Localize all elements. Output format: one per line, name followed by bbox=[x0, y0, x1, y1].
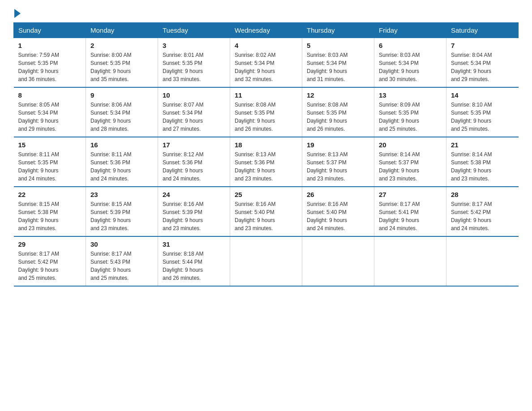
day-number: 17 bbox=[163, 141, 225, 149]
calendar-cell: 5Sunrise: 8:03 AMSunset: 5:34 PMDaylight… bbox=[302, 38, 374, 88]
day-info: Sunrise: 8:16 AMSunset: 5:40 PMDaylight:… bbox=[235, 201, 275, 231]
day-info: Sunrise: 8:08 AMSunset: 5:35 PMDaylight:… bbox=[235, 102, 275, 132]
calendar-cell bbox=[446, 236, 519, 286]
day-number: 24 bbox=[163, 191, 225, 198]
weekday-header-monday: Monday bbox=[86, 23, 158, 38]
day-info: Sunrise: 8:08 AMSunset: 5:35 PMDaylight:… bbox=[307, 102, 348, 132]
calendar-cell: 22Sunrise: 8:15 AMSunset: 5:38 PMDayligh… bbox=[14, 187, 86, 236]
calendar-table: SundayMondayTuesdayWednesdayThursdayFrid… bbox=[13, 22, 519, 287]
calendar-cell bbox=[302, 236, 374, 286]
calendar-cell: 1Sunrise: 7:59 AMSunset: 5:35 PMDaylight… bbox=[14, 38, 86, 88]
calendar-cell: 12Sunrise: 8:08 AMSunset: 5:35 PMDayligh… bbox=[302, 87, 374, 137]
calendar-cell: 16Sunrise: 8:11 AMSunset: 5:36 PMDayligh… bbox=[86, 137, 158, 187]
calendar-cell: 20Sunrise: 8:14 AMSunset: 5:37 PMDayligh… bbox=[374, 137, 446, 187]
day-info: Sunrise: 8:14 AMSunset: 5:37 PMDaylight:… bbox=[379, 151, 420, 182]
calendar-cell: 23Sunrise: 8:15 AMSunset: 5:39 PMDayligh… bbox=[86, 187, 158, 236]
calendar-cell: 30Sunrise: 8:17 AMSunset: 5:43 PMDayligh… bbox=[86, 236, 158, 286]
day-number: 21 bbox=[451, 141, 514, 149]
day-number: 26 bbox=[307, 191, 369, 198]
calendar-cell: 26Sunrise: 8:16 AMSunset: 5:40 PMDayligh… bbox=[302, 187, 374, 236]
calendar-cell bbox=[374, 236, 446, 286]
day-number: 14 bbox=[451, 91, 514, 99]
day-info: Sunrise: 8:00 AMSunset: 5:35 PMDaylight:… bbox=[90, 52, 131, 82]
logo bbox=[13, 9, 21, 18]
day-number: 8 bbox=[18, 91, 82, 99]
weekday-header-saturday: Saturday bbox=[446, 23, 519, 38]
calendar-cell: 9Sunrise: 8:06 AMSunset: 5:34 PMDaylight… bbox=[86, 87, 158, 137]
day-info: Sunrise: 8:13 AMSunset: 5:37 PMDaylight:… bbox=[307, 151, 348, 182]
day-number: 18 bbox=[235, 141, 297, 149]
calendar-body: 1Sunrise: 7:59 AMSunset: 5:35 PMDaylight… bbox=[14, 38, 519, 287]
calendar-cell: 27Sunrise: 8:17 AMSunset: 5:41 PMDayligh… bbox=[374, 187, 446, 236]
day-number: 12 bbox=[307, 91, 369, 99]
calendar-cell: 29Sunrise: 8:17 AMSunset: 5:42 PMDayligh… bbox=[14, 236, 86, 286]
calendar-cell: 2Sunrise: 8:00 AMSunset: 5:35 PMDaylight… bbox=[86, 38, 158, 88]
day-number: 16 bbox=[90, 141, 153, 149]
weekday-header-friday: Friday bbox=[374, 23, 446, 38]
calendar-cell: 19Sunrise: 8:13 AMSunset: 5:37 PMDayligh… bbox=[302, 137, 374, 187]
day-info: Sunrise: 8:16 AMSunset: 5:40 PMDaylight:… bbox=[307, 201, 348, 231]
calendar-cell: 21Sunrise: 8:14 AMSunset: 5:38 PMDayligh… bbox=[446, 137, 519, 187]
day-info: Sunrise: 8:07 AMSunset: 5:34 PMDaylight:… bbox=[163, 102, 203, 132]
weekday-header-thursday: Thursday bbox=[302, 23, 374, 38]
week-row: 1Sunrise: 7:59 AMSunset: 5:35 PMDaylight… bbox=[14, 38, 519, 88]
day-info: Sunrise: 8:05 AMSunset: 5:34 PMDaylight:… bbox=[18, 102, 59, 132]
day-number: 25 bbox=[235, 191, 297, 198]
calendar-cell: 17Sunrise: 8:12 AMSunset: 5:36 PMDayligh… bbox=[158, 137, 230, 187]
calendar-cell: 8Sunrise: 8:05 AMSunset: 5:34 PMDaylight… bbox=[14, 87, 86, 137]
calendar-cell: 18Sunrise: 8:13 AMSunset: 5:36 PMDayligh… bbox=[230, 137, 302, 187]
calendar-cell: 11Sunrise: 8:08 AMSunset: 5:35 PMDayligh… bbox=[230, 87, 302, 137]
day-number: 1 bbox=[18, 42, 82, 49]
day-info: Sunrise: 8:16 AMSunset: 5:39 PMDaylight:… bbox=[163, 201, 203, 231]
page-header bbox=[13, 9, 519, 18]
day-info: Sunrise: 8:17 AMSunset: 5:42 PMDaylight:… bbox=[451, 201, 492, 231]
calendar-cell: 28Sunrise: 8:17 AMSunset: 5:42 PMDayligh… bbox=[446, 187, 519, 236]
calendar-cell: 10Sunrise: 8:07 AMSunset: 5:34 PMDayligh… bbox=[158, 87, 230, 137]
day-number: 20 bbox=[379, 141, 442, 149]
calendar-cell: 24Sunrise: 8:16 AMSunset: 5:39 PMDayligh… bbox=[158, 187, 230, 236]
day-info: Sunrise: 8:03 AMSunset: 5:34 PMDaylight:… bbox=[307, 52, 348, 82]
day-info: Sunrise: 8:01 AMSunset: 5:35 PMDaylight:… bbox=[163, 52, 203, 82]
calendar-cell: 7Sunrise: 8:04 AMSunset: 5:34 PMDaylight… bbox=[446, 38, 519, 88]
day-number: 28 bbox=[451, 191, 514, 198]
day-number: 15 bbox=[18, 141, 82, 149]
day-number: 5 bbox=[307, 42, 369, 49]
day-number: 23 bbox=[90, 191, 153, 198]
day-info: Sunrise: 8:17 AMSunset: 5:43 PMDaylight:… bbox=[90, 251, 131, 281]
day-info: Sunrise: 8:15 AMSunset: 5:38 PMDaylight:… bbox=[18, 201, 59, 231]
day-info: Sunrise: 8:06 AMSunset: 5:34 PMDaylight:… bbox=[90, 102, 131, 132]
day-number: 10 bbox=[163, 91, 225, 99]
day-number: 6 bbox=[379, 42, 442, 49]
weekday-header-tuesday: Tuesday bbox=[158, 23, 230, 38]
week-row: 15Sunrise: 8:11 AMSunset: 5:35 PMDayligh… bbox=[14, 137, 519, 187]
day-info: Sunrise: 8:03 AMSunset: 5:34 PMDaylight:… bbox=[379, 52, 420, 82]
day-info: Sunrise: 8:11 AMSunset: 5:35 PMDaylight:… bbox=[18, 151, 59, 182]
day-info: Sunrise: 8:13 AMSunset: 5:36 PMDaylight:… bbox=[235, 151, 275, 182]
day-number: 11 bbox=[235, 91, 297, 99]
calendar-cell: 31Sunrise: 8:18 AMSunset: 5:44 PMDayligh… bbox=[158, 236, 230, 286]
calendar-header: SundayMondayTuesdayWednesdayThursdayFrid… bbox=[14, 23, 519, 38]
day-number: 27 bbox=[379, 191, 442, 198]
logo-arrow-icon bbox=[14, 9, 21, 18]
day-number: 9 bbox=[90, 91, 153, 99]
calendar-cell bbox=[230, 236, 302, 286]
calendar-cell: 4Sunrise: 8:02 AMSunset: 5:34 PMDaylight… bbox=[230, 38, 302, 88]
day-number: 3 bbox=[163, 42, 225, 49]
day-info: Sunrise: 8:17 AMSunset: 5:41 PMDaylight:… bbox=[379, 201, 420, 231]
day-info: Sunrise: 8:17 AMSunset: 5:42 PMDaylight:… bbox=[18, 251, 59, 281]
day-number: 2 bbox=[90, 42, 153, 49]
calendar-cell: 3Sunrise: 8:01 AMSunset: 5:35 PMDaylight… bbox=[158, 38, 230, 88]
day-number: 4 bbox=[235, 42, 297, 49]
week-row: 22Sunrise: 8:15 AMSunset: 5:38 PMDayligh… bbox=[14, 187, 519, 236]
day-number: 29 bbox=[18, 240, 82, 248]
day-number: 13 bbox=[379, 91, 442, 99]
day-info: Sunrise: 8:11 AMSunset: 5:36 PMDaylight:… bbox=[90, 151, 131, 182]
calendar-cell: 14Sunrise: 8:10 AMSunset: 5:35 PMDayligh… bbox=[446, 87, 519, 137]
day-info: Sunrise: 8:04 AMSunset: 5:34 PMDaylight:… bbox=[451, 52, 492, 82]
day-number: 7 bbox=[451, 42, 514, 49]
calendar-cell: 6Sunrise: 8:03 AMSunset: 5:34 PMDaylight… bbox=[374, 38, 446, 88]
day-number: 30 bbox=[90, 240, 153, 248]
day-info: Sunrise: 8:14 AMSunset: 5:38 PMDaylight:… bbox=[451, 151, 492, 182]
day-info: Sunrise: 8:09 AMSunset: 5:35 PMDaylight:… bbox=[379, 102, 420, 132]
day-info: Sunrise: 8:15 AMSunset: 5:39 PMDaylight:… bbox=[90, 201, 131, 231]
